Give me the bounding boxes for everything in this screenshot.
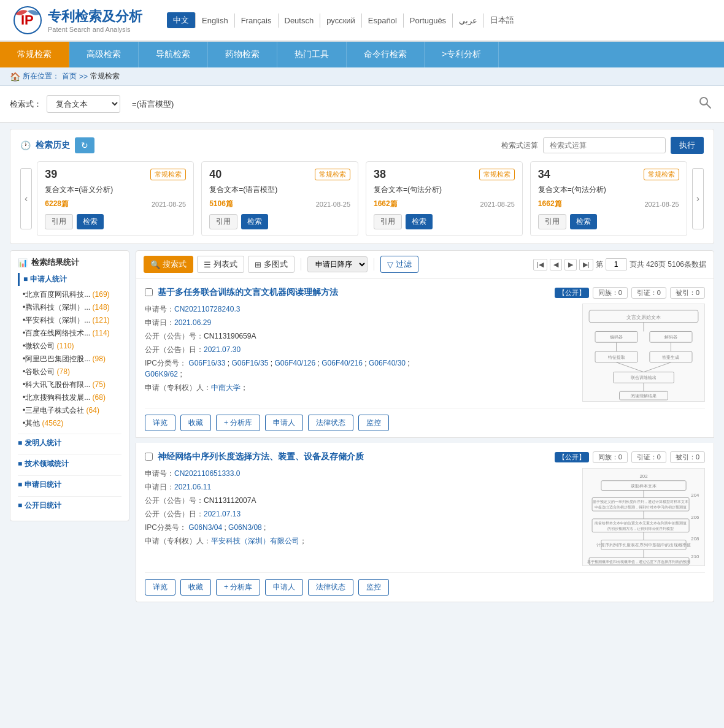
nav-drug-search[interactable]: 药物检索 [208,42,277,67]
result-2-applicant-button[interactable]: 申请人 [265,579,303,596]
result-1-monitor-button[interactable]: 监控 [358,415,389,431]
logo-area: IP 专利检索及分析 Patent Search and Analysis [12,5,142,36]
history-next-button[interactable]: › [692,168,704,229]
result-1-detail-button[interactable]: 详览 [145,415,175,431]
card-2-search-button[interactable]: 检索 [241,214,268,229]
result-2-citation-badge: 引证：0 [631,451,666,463]
sidebar-item-google[interactable]: •谷歌公司 (78) [18,366,121,378]
card-4-search-button[interactable]: 检索 [570,214,597,229]
card-2-cite-button[interactable]: 引用 [209,214,237,229]
result-1-collect-button[interactable]: 收藏 [180,415,211,431]
nav-patent-analysis[interactable]: >专利分析 [425,42,499,67]
lang-japanese[interactable]: 日本語 [484,12,520,28]
svg-text:基于预定义的一串列长度向序列，通过计算模型对样本文本: 基于预定义的一串列长度向序列，通过计算模型对样本文本 [593,499,688,504]
toolbar-separator-1 [301,258,301,270]
exec-button[interactable]: 执行 [671,137,704,154]
lang-english[interactable]: English [196,13,235,28]
page-next-button[interactable]: ▶ [564,259,577,270]
card-3-search-button[interactable]: 检索 [406,214,433,229]
app-date-stats-collapsible[interactable]: ■ 申请日统计 [18,475,121,494]
result-2-detail-button[interactable]: 详览 [145,579,175,596]
nav-hot-tools[interactable]: 热门工具 [277,42,347,67]
lang-spanish[interactable]: Español [362,13,404,28]
clock-icon: 🕐 [20,140,31,150]
card-1-search-button[interactable]: 检索 [77,214,104,229]
history-section: 🕐 检索历史 ↻ 检索式运算 执行 ‹ 39 常规检索 复合文本=(语义分析) … [10,129,714,244]
nav-command-search[interactable]: 命令行检索 [347,42,425,67]
history-title: 🕐 检索历史 ↻ [20,137,94,153]
search-button[interactable] [696,93,714,115]
inventor-stats-collapsible[interactable]: ■ 发明人统计 [18,434,121,452]
result-2-analysis-button[interactable]: + 分析库 [216,579,260,596]
result-2-monitor-button[interactable]: 监控 [358,579,389,596]
grid-mode-button[interactable]: ⊞ 多图式 [248,256,295,273]
sidebar-item-microsoft[interactable]: •微软公司 (110) [18,340,121,353]
result-1-ipc: IPC分类号： G06F16/33 ; G06F16/35 ; G06F40/1… [145,358,575,380]
page-first-button[interactable]: |◀ [533,259,547,270]
tech-field-stats-collapsible[interactable]: ■ 技术领域统计 [18,454,121,473]
sidebar-item-tencent[interactable]: •腾讯科技（深圳）... (148) [18,301,121,314]
lang-chinese[interactable]: 中文 [167,12,196,28]
lang-russian[interactable]: русский [320,13,362,28]
result-1-checkbox[interactable] [145,288,153,296]
result-2-legal-button[interactable]: 法律状态 [308,579,353,596]
sidebar-item-sogou[interactable]: •北京搜狗科技发展... (68) [18,391,121,404]
page-last-button[interactable]: ▶| [579,259,593,270]
lang-french[interactable]: Français [235,13,279,28]
expr-input[interactable] [543,137,666,153]
result-2-collect-button[interactable]: 收藏 [180,579,211,596]
card-3-query: 复合文本=(句法分析) [374,185,515,195]
search-type-select[interactable]: 复合文本 标题 摘要 [47,95,120,113]
lang-portuguese[interactable]: Português [404,13,453,28]
card-3-cite-button[interactable]: 引用 [374,214,402,229]
history-prev-button[interactable]: ‹ [20,168,32,229]
card-1-cite-button[interactable]: 引用 [45,214,73,229]
page-label: 第 [596,259,603,270]
sidebar-item-baidu-online[interactable]: •百度在线网络技术... (114) [18,327,121,340]
svg-text:202: 202 [639,473,647,479]
list-mode-button[interactable]: ☰ 列表式 [197,256,244,273]
search-mode-icon: 🔍 [150,260,160,269]
history-refresh-button[interactable]: ↻ [75,137,94,153]
applicant-group-title[interactable]: ■ 申请人统计 [18,273,121,286]
nav-regular-search[interactable]: 常规检索 [0,42,69,67]
search-mode-button[interactable]: 🔍 搜索式 [144,256,193,273]
sidebar-item-baidu-net[interactable]: •北京百度网讯科技... (169) [18,288,121,301]
result-1-applicant-button[interactable]: 申请人 [265,415,303,431]
nav-advanced-search[interactable]: 高级检索 [69,42,139,67]
result-2-checkbox[interactable] [145,453,153,461]
svg-text:IP: IP [21,12,34,28]
page-prev-button[interactable]: ◀ [550,259,562,270]
result-1-appno: 申请号：CN202110728240.3 [145,304,575,315]
page-input[interactable] [606,258,627,270]
result-card-2: 神经网络中序列长度选择方法、装置、设备及存储介质 【公开】 同族：0 引证：0 … [136,443,714,602]
svg-text:特征提取: 特征提取 [608,355,625,360]
sidebar-item-samsung[interactable]: •三星电子株式会社 (64) [18,404,121,417]
lang-german[interactable]: Deutsch [279,13,321,28]
sort-select[interactable]: 申请日降序 申请日升序 公开日降序 [307,256,368,272]
card-1-num: 39 [45,168,57,181]
result-1-analysis-button[interactable]: + 分析库 [216,415,260,431]
result-2-title[interactable]: 神经网络中序列长度选择方法、装置、设备及存储介质 [158,451,545,462]
sidebar-item-alibaba[interactable]: •阿里巴巴集团控股... (98) [18,353,121,366]
sidebar: 📊 检索结果统计 ■ 申请人统计 •北京百度网讯科技... (169) •腾讯科… [10,250,129,602]
pub-date-stats-collapsible[interactable]: ■ 公开日统计 [18,496,121,515]
result-1-pubdate: 公开（公告）日：2021.07.30 [145,344,575,355]
list-mode-label: 列表式 [214,259,237,270]
result-2-cited-badge: 被引：0 [670,451,705,463]
breadcrumb-home[interactable]: 首页 [62,71,77,82]
search-icon [698,96,712,109]
grid-mode-label: 多图式 [264,259,288,270]
result-1-title[interactable]: 基于多任务联合训练的文言文机器阅读理解方法 [158,287,545,298]
pagination: |◀ ◀ ▶ ▶| 第 页共 426页 5106条数据 [533,258,706,270]
sidebar-item-iflytek[interactable]: •科大讯飞股份有限... (75) [18,378,121,391]
filter-button[interactable]: ▽ 过滤 [380,256,418,273]
card-4-query: 复合文本=(句法分析) [538,185,679,195]
sidebar-item-pingan[interactable]: •平安科技（深圳）... (121) [18,314,121,327]
sidebar-item-others[interactable]: •其他 (4562) [18,417,121,430]
result-1-legal-button[interactable]: 法律状态 [308,415,353,431]
card-4-cite-button[interactable]: 引用 [538,214,566,229]
lang-arabic[interactable]: عربي [453,13,484,28]
breadcrumb-sep1: >> [79,72,88,81]
nav-nav-search[interactable]: 导航检索 [139,42,208,67]
